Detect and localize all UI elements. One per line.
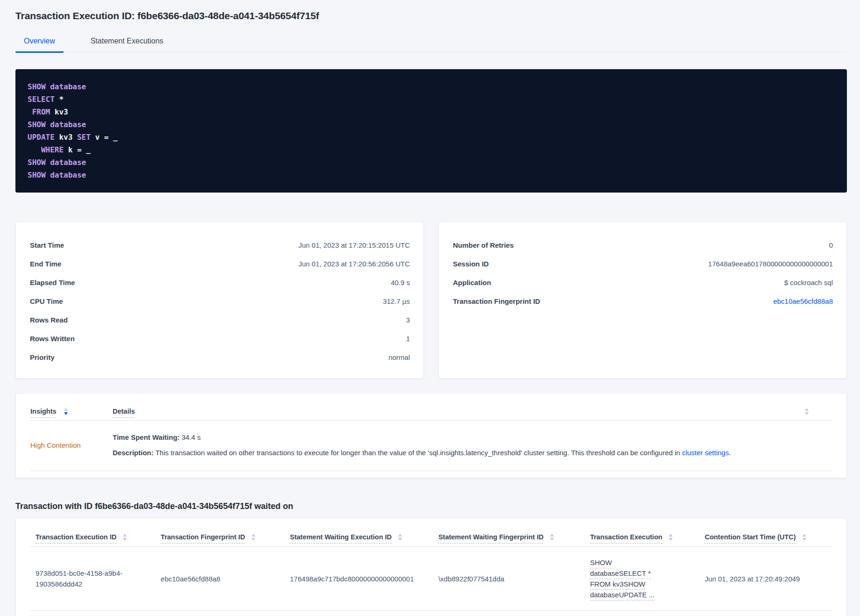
sql-text: v = _ [91, 133, 118, 142]
sql-statements-box: SHOW databaseSELECT * FROM kv3SHOW datab… [15, 69, 847, 193]
insight-type-badge: High Contention [30, 433, 113, 458]
sort-icon[interactable] [550, 534, 554, 541]
column-header-label[interactable]: Statement Waiting Fingerprint ID [438, 533, 544, 541]
sort-icon[interactable] [123, 534, 127, 541]
sql-keyword: SELECT [28, 95, 55, 104]
summary-label: Rows Written [30, 335, 75, 343]
summary-row: Start TimeJun 01, 2023 at 17:20:15:2015 … [30, 236, 410, 255]
description-suffix: . [729, 449, 731, 457]
column-header-label[interactable]: Statement Waiting Execution ID [290, 533, 392, 541]
column-header[interactable]: Contention Start Time (UTC) [699, 520, 832, 547]
sort-asc-arrow [398, 534, 402, 537]
summary-label: Elapsed Time [30, 279, 75, 287]
column-header-inner: Statement Waiting Execution ID [290, 533, 430, 541]
summary-label: Rows Read [30, 316, 68, 324]
sort-icon[interactable] [803, 534, 806, 541]
summary-card-times: Start TimeJun 01, 2023 at 17:20:15:2015 … [15, 222, 424, 379]
time-spent-waiting-value: 34.4 s [182, 433, 201, 441]
insights-header-label[interactable]: Insights [30, 408, 57, 415]
column-header-inner: Contention Start Time (UTC) [705, 533, 830, 541]
waited-on-header-row: Transaction Execution IDTransaction Fing… [30, 520, 832, 547]
summary-row: Application$ cockroach sql [453, 273, 833, 292]
sql-line: SHOW database [28, 169, 835, 181]
summary-label: Start Time [30, 241, 64, 250]
sql-keyword: SHOW database [28, 82, 86, 91]
cell-transaction-execution-id: 9738d051-bc0e-4158-a9b4-1903586ddd42 [30, 547, 155, 611]
summary-label: Session ID [453, 260, 489, 268]
transaction-execution-page: Transaction Execution ID: f6be6366-da03-… [0, 0, 860, 616]
sql-keyword: SET [77, 133, 91, 142]
column-header-label[interactable]: Transaction Execution ID [36, 533, 116, 541]
sql-keyword: UPDATE [28, 133, 55, 142]
description-label: Description: [113, 449, 154, 457]
details-header-label[interactable]: Details [113, 408, 135, 415]
cell-transaction-execution: SHOW databaseSELECT * FROM kv3SHOW datab… [584, 547, 699, 611]
waited-on-table: Transaction Execution IDTransaction Fing… [30, 520, 832, 611]
sort-icon[interactable] [669, 534, 673, 541]
sql-line: SHOW database [28, 156, 835, 169]
sql-keyword: SHOW database [28, 158, 86, 167]
summary-value: 17648a9eea6017800000000000000001 [708, 260, 833, 268]
sql-text: * [55, 95, 64, 104]
column-header-inner: Transaction Execution ID [36, 533, 152, 541]
summary-value: 312.7 µs [383, 297, 410, 306]
cell-contention-start-time: Jun 01, 2023 at 17:20:49:2049 [699, 547, 832, 611]
summary-row: Number of Retries0 [453, 236, 833, 255]
sql-text [28, 107, 32, 116]
transaction-fingerprint-link[interactable]: ebc10ae56cfd88a8 [773, 297, 833, 306]
time-spent-waiting-line: Time Spent Waiting: 34.4 s [113, 433, 832, 442]
summary-row: Prioritynormal [30, 348, 410, 367]
column-header[interactable]: Transaction Fingerprint ID [155, 520, 284, 547]
sort-asc-arrow [123, 534, 127, 537]
sort-desc-arrow [398, 538, 402, 541]
sort-icon[interactable] [805, 408, 809, 415]
column-header-label[interactable]: Transaction Execution [590, 533, 662, 541]
insights-table-header: Insights Details [30, 394, 832, 421]
column-header[interactable]: Transaction Execution ID [30, 520, 155, 547]
summary-row: End TimeJun 01, 2023 at 17:20:56:2056 UT… [30, 255, 410, 273]
summary-row: Session ID17648a9eea60178000000000000000… [453, 255, 833, 273]
sort-icon[interactable] [64, 408, 68, 415]
tab-statement-executions[interactable]: Statement Executions [82, 34, 172, 53]
summary-card-session: Number of Retries0Session ID17648a9eea60… [438, 222, 847, 379]
summary-row: CPU Time312.7 µs [30, 292, 410, 311]
column-header-label[interactable]: Transaction Fingerprint ID [161, 533, 245, 541]
insight-details: Time Spent Waiting: 34.4 s Description: … [113, 433, 832, 458]
summary-value: 3 [406, 316, 410, 324]
table-row: 9738d051-bc0e-4158-a9b4-1903586ddd42ebc1… [30, 547, 832, 611]
sort-desc-arrow [251, 538, 255, 541]
sql-keyword: WHERE [41, 145, 64, 154]
sort-desc-arrow [803, 538, 806, 541]
waited-on-section-title: Transaction with ID f6be6366-da03-48de-a… [15, 501, 847, 511]
sql-text: k = _ [64, 145, 91, 154]
summary-value: normal [388, 353, 410, 362]
transaction-execution-link[interactable]: SHOW databaseSELECT * FROM kv3SHOW datab… [590, 559, 654, 599]
column-header[interactable]: Statement Waiting Fingerprint ID [433, 520, 585, 547]
column-header[interactable]: Transaction Execution [584, 520, 699, 547]
tab-bar: Overview Statement Executions [15, 34, 847, 52]
summary-row: Rows Written1 [30, 329, 410, 348]
summary-value: 40.9 s [391, 279, 410, 287]
sort-desc-arrow [550, 538, 554, 541]
summary-value: $ cockroach sql [784, 279, 833, 287]
summary-value: Jun 01, 2023 at 17:20:15:2015 UTC [298, 241, 410, 250]
cluster-settings-link[interactable]: cluster settings [682, 449, 729, 457]
column-header-label[interactable]: Contention Start Time (UTC) [705, 533, 796, 541]
column-header-inner: Statement Waiting Fingerprint ID [438, 533, 582, 541]
description-line: Description: This transaction waited on … [113, 448, 832, 458]
summary-value: 0 [829, 241, 833, 250]
tab-overview[interactable]: Overview [15, 34, 64, 53]
column-header[interactable]: Statement Waiting Execution ID [284, 520, 433, 547]
summary-row: Elapsed Time40.9 s [30, 273, 410, 292]
summary-label: Transaction Fingerprint ID [453, 297, 540, 306]
sql-text: kv3 [50, 107, 68, 116]
sql-keyword: SHOW database [28, 120, 86, 129]
sort-icon[interactable] [398, 534, 402, 541]
summary-label: Application [453, 279, 491, 287]
sql-line: WHERE k = _ [28, 143, 835, 156]
column-header-inner: Transaction Fingerprint ID [161, 533, 281, 541]
sort-icon[interactable] [251, 534, 255, 541]
insights-column-header[interactable]: Insights [30, 408, 113, 415]
insight-row: High Contention Time Spent Waiting: 34.4… [30, 421, 832, 471]
column-header-inner: Transaction Execution [590, 533, 696, 541]
